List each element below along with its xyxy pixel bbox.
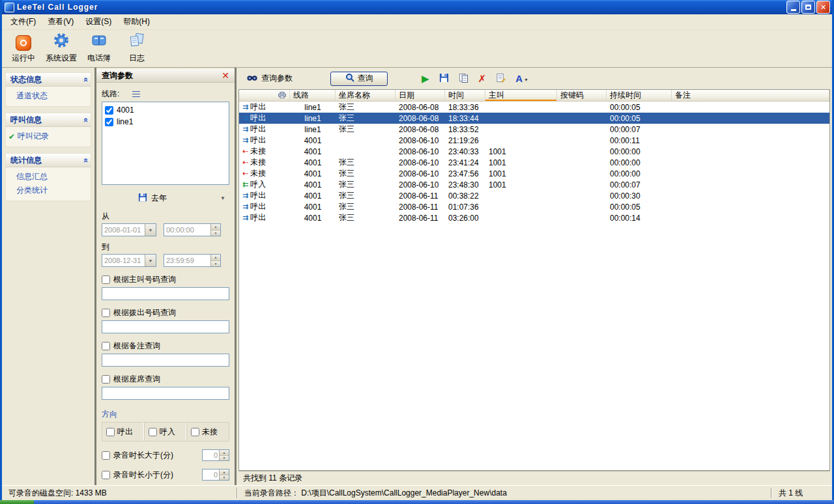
- table-row[interactable]: ⇠未接4001张三2008-06-1023:47:56100100:00:00: [239, 168, 829, 179]
- spin-down-icon[interactable]: ▼: [220, 475, 229, 481]
- filter-agent-checkbox[interactable]: [102, 375, 110, 384]
- spin-up-icon[interactable]: ▲: [220, 450, 229, 456]
- from-date-picker[interactable]: ▼: [102, 223, 156, 236]
- table-row[interactable]: ⇇呼入4001张三2008-06-1023:48:30100100:00:07: [239, 179, 829, 190]
- table-row[interactable]: ⇉呼出line1张三2008-06-0818:33:3600:00:05: [239, 102, 829, 113]
- sidebar-header-status[interactable]: 状态信息 »: [6, 73, 91, 87]
- line-item[interactable]: 4001: [105, 104, 226, 116]
- direction-outgoing[interactable]: 呼出: [102, 423, 144, 441]
- spinner-buttons[interactable]: ▲ ▼: [219, 469, 229, 480]
- collapse-chevron-icon[interactable]: »: [80, 77, 90, 81]
- column-header-keycode[interactable]: 按键码: [557, 90, 607, 101]
- dropdown-arrow-icon[interactable]: ▼: [524, 77, 528, 83]
- direction-incoming-checkbox[interactable]: [149, 428, 157, 436]
- table-row[interactable]: ⇉呼出40012008-06-1021:19:2600:00:11: [239, 135, 829, 146]
- filter-caller-checkbox[interactable]: [102, 275, 110, 284]
- duration-greater-checkbox[interactable]: [102, 451, 110, 460]
- table-row[interactable]: ⇉呼出line1张三2008-06-0818:33:5200:00:07: [239, 124, 829, 135]
- play-icon[interactable]: ▶: [422, 74, 429, 83]
- close-button[interactable]: ✕: [816, 1, 830, 14]
- line-listbox[interactable]: 4001 line1: [102, 102, 229, 185]
- table-row[interactable]: ⇉呼出4001张三2008-06-1101:07:3600:00:05: [239, 201, 829, 212]
- phonebook-button[interactable]: 电话簿: [81, 32, 117, 66]
- export-icon[interactable]: [459, 73, 468, 85]
- spin-up-icon[interactable]: ▲: [211, 255, 220, 261]
- table-row[interactable]: ⇠未接4001张三2008-06-1023:41:24100100:00:00: [239, 157, 829, 168]
- spin-up-icon[interactable]: ▲: [220, 469, 229, 475]
- from-time-value[interactable]: [164, 224, 210, 236]
- to-time-value[interactable]: [164, 255, 210, 266]
- direction-missed[interactable]: 未接: [186, 423, 229, 441]
- run-status-button[interactable]: 运行中: [6, 32, 41, 66]
- collapse-chevron-icon[interactable]: »: [80, 117, 90, 122]
- dropdown-arrow-icon[interactable]: ▼: [220, 195, 225, 201]
- minimize-button[interactable]: [786, 1, 800, 14]
- filter-dialed-checkbox[interactable]: [102, 309, 110, 317]
- to-time-spinner[interactable]: ▲ ▼: [164, 254, 221, 267]
- column-header-date[interactable]: 日期: [395, 90, 445, 101]
- duration-less-value[interactable]: [203, 469, 219, 480]
- duration-less-spinner[interactable]: ▲ ▼: [202, 469, 229, 481]
- from-time-spinner[interactable]: ▲ ▼: [164, 223, 221, 236]
- direction-incoming[interactable]: 呼入: [144, 423, 186, 441]
- start-button-edge[interactable]: [0, 500, 34, 504]
- menu-file[interactable]: 文件(F): [5, 14, 42, 29]
- edit-note-icon[interactable]: [496, 73, 506, 85]
- font-button[interactable]: A ▼: [515, 74, 528, 83]
- sidebar-item-channel-status[interactable]: 通道状态: [6, 89, 91, 103]
- column-header-type[interactable]: [239, 90, 290, 101]
- spin-up-icon[interactable]: ▲: [211, 224, 220, 231]
- collapse-chevron-icon[interactable]: »: [80, 158, 90, 162]
- spinner-buttons[interactable]: ▲ ▼: [210, 255, 220, 266]
- dropdown-arrow-icon[interactable]: ▼: [145, 224, 156, 236]
- table-row[interactable]: ⇉呼出line1张三2008-06-0818:33:4400:00:05: [239, 113, 829, 124]
- menu-settings[interactable]: 设置(S): [79, 14, 117, 29]
- column-header-time[interactable]: 时间: [445, 90, 485, 101]
- table-row[interactable]: ⇠未接40012008-06-1023:40:33100100:00:00: [239, 146, 829, 157]
- spinner-buttons[interactable]: ▲ ▼: [219, 450, 229, 460]
- duration-greater-spinner[interactable]: ▲ ▼: [202, 449, 229, 461]
- filter-remark-checkbox[interactable]: [102, 342, 110, 350]
- line-checkbox[interactable]: [105, 106, 113, 115]
- spin-down-icon[interactable]: ▼: [220, 456, 229, 461]
- to-date-value[interactable]: [102, 255, 145, 266]
- sidebar-header-stats[interactable]: 统计信息 »: [6, 154, 91, 167]
- table-row[interactable]: ⇉呼出4001张三2008-06-1103:26:0000:00:14: [239, 212, 829, 223]
- table-row[interactable]: ⇉呼出4001张三2008-06-1100:38:2200:00:30: [239, 190, 829, 201]
- filter-caller-input[interactable]: [102, 287, 229, 300]
- direction-missed-checkbox[interactable]: [191, 428, 199, 436]
- logs-button[interactable]: 日志: [119, 32, 154, 66]
- sidebar-item-info-summary[interactable]: 信息汇总: [6, 170, 91, 184]
- spin-down-icon[interactable]: ▼: [211, 231, 220, 236]
- panel-close-icon[interactable]: ✕: [222, 71, 229, 80]
- filter-agent-input[interactable]: [102, 387, 229, 400]
- filter-remark-input[interactable]: [102, 354, 229, 367]
- save-icon[interactable]: [439, 73, 449, 85]
- line-item[interactable]: line1: [105, 116, 226, 128]
- menu-help[interactable]: 帮助(H): [117, 14, 156, 29]
- query-params-toggle[interactable]: 查询参数: [247, 73, 293, 84]
- sidebar-header-call[interactable]: 呼叫信息 »: [6, 113, 91, 127]
- column-header-line[interactable]: 线路: [290, 90, 336, 101]
- spinner-buttons[interactable]: ▲ ▼: [210, 224, 220, 236]
- period-selector[interactable]: 去年 ▼: [102, 191, 229, 204]
- line-checkbox[interactable]: [105, 118, 113, 126]
- column-header-remark[interactable]: 备注: [672, 90, 829, 101]
- direction-outgoing-checkbox[interactable]: [106, 428, 115, 436]
- duration-greater-value[interactable]: [203, 450, 219, 460]
- from-date-value[interactable]: [102, 224, 145, 236]
- duration-less-checkbox[interactable]: [102, 471, 110, 479]
- dropdown-arrow-icon[interactable]: ▼: [145, 255, 156, 266]
- to-date-picker[interactable]: ▼: [102, 254, 156, 267]
- menu-view[interactable]: 查看(V): [42, 14, 79, 29]
- sidebar-item-call-records[interactable]: ✔ 呼叫记录: [6, 130, 91, 143]
- column-header-agent[interactable]: 坐席名称: [336, 90, 395, 101]
- filter-dialed-input[interactable]: [102, 320, 229, 333]
- delete-icon[interactable]: ✗: [478, 74, 487, 83]
- spin-down-icon[interactable]: ▼: [211, 261, 220, 267]
- list-icon[interactable]: [132, 91, 140, 97]
- maximize-button[interactable]: [801, 1, 815, 14]
- column-header-duration[interactable]: 持续时间: [607, 90, 672, 101]
- search-button[interactable]: 查询: [330, 72, 388, 86]
- column-header-caller[interactable]: 主叫: [485, 90, 557, 101]
